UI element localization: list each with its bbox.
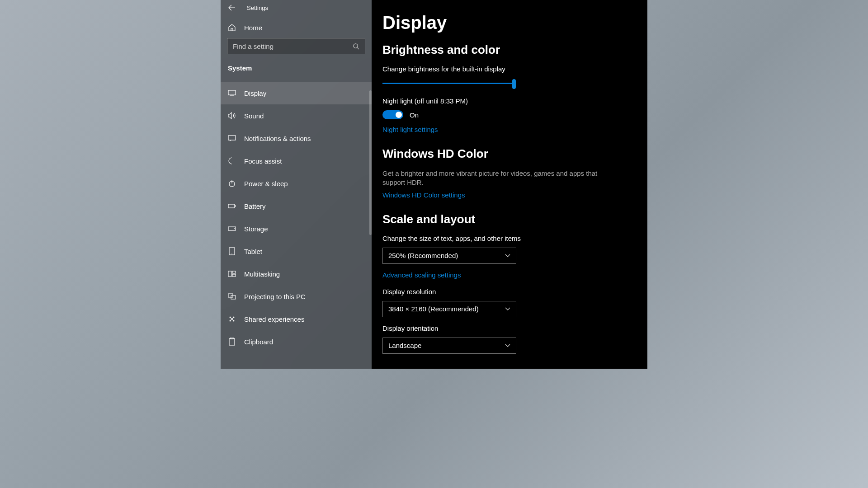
nav-item-shared-experiences[interactable]: Shared experiences bbox=[221, 308, 372, 330]
nav-item-projecting[interactable]: Projecting to this PC bbox=[221, 285, 372, 308]
orientation-dropdown[interactable]: Landscape bbox=[382, 338, 516, 354]
svg-point-15 bbox=[230, 317, 231, 318]
search-container bbox=[221, 38, 372, 62]
svg-rect-10 bbox=[228, 271, 231, 277]
section-hdcolor-title: Windows HD Color bbox=[382, 147, 637, 161]
notifications-icon bbox=[228, 135, 236, 141]
nav-item-label: Sound bbox=[244, 112, 264, 120]
advanced-scaling-link[interactable]: Advanced scaling settings bbox=[382, 271, 461, 279]
titlebar: Settings bbox=[221, 0, 372, 15]
night-light-label: Night light (off until 8:33 PM) bbox=[382, 97, 637, 105]
svg-point-0 bbox=[354, 43, 358, 47]
svg-point-16 bbox=[233, 317, 235, 318]
nav-item-display[interactable]: Display bbox=[221, 82, 372, 104]
hdcolor-description: Get a brighter and more vibrant picture … bbox=[382, 169, 599, 188]
night-light-settings-link[interactable]: Night light settings bbox=[382, 126, 438, 133]
nav-item-label: Multitasking bbox=[244, 270, 280, 278]
resolution-dropdown-value: 3840 × 2160 (Recommended) bbox=[388, 305, 479, 313]
night-light-toggle[interactable] bbox=[382, 110, 403, 119]
projecting-icon bbox=[228, 293, 236, 300]
home-icon bbox=[228, 23, 236, 32]
chevron-down-icon bbox=[505, 344, 510, 347]
focus-assist-icon bbox=[228, 157, 236, 164]
svg-rect-19 bbox=[229, 338, 235, 345]
chevron-down-icon bbox=[505, 307, 510, 311]
nav-item-label: Projecting to this PC bbox=[244, 293, 306, 300]
orientation-dropdown-value: Landscape bbox=[388, 342, 421, 349]
resolution-dropdown[interactable]: 3840 × 2160 (Recommended) bbox=[382, 301, 516, 317]
svg-rect-11 bbox=[232, 271, 236, 273]
svg-rect-12 bbox=[232, 274, 236, 277]
svg-point-17 bbox=[230, 320, 231, 322]
sound-icon bbox=[228, 112, 236, 119]
power-icon bbox=[228, 180, 236, 187]
svg-rect-1 bbox=[228, 90, 236, 95]
storage-icon bbox=[228, 226, 236, 231]
display-icon bbox=[228, 90, 236, 96]
svg-rect-2 bbox=[228, 136, 236, 140]
page-title: Display bbox=[382, 13, 637, 33]
svg-point-18 bbox=[233, 320, 235, 322]
arrow-left-icon bbox=[228, 4, 236, 11]
chevron-down-icon bbox=[505, 254, 510, 258]
main-panel: Display Brightness and color Change brig… bbox=[372, 0, 647, 369]
svg-point-9 bbox=[231, 253, 232, 254]
nav-item-label: Focus assist bbox=[244, 157, 282, 165]
nav-item-clipboard[interactable]: Clipboard bbox=[221, 330, 372, 353]
back-button[interactable] bbox=[228, 4, 236, 12]
nav-item-focus-assist[interactable]: Focus assist bbox=[221, 150, 372, 172]
window-title: Settings bbox=[247, 5, 268, 11]
nav-item-label: Battery bbox=[244, 202, 266, 210]
night-light-state: On bbox=[410, 111, 419, 119]
slider-thumb[interactable] bbox=[512, 79, 516, 89]
nav-home[interactable]: Home bbox=[221, 15, 372, 38]
scale-size-label: Change the size of text, apps, and other… bbox=[382, 235, 637, 242]
nav-home-label: Home bbox=[244, 24, 262, 32]
category-header: System bbox=[221, 62, 372, 82]
nav-item-multitasking[interactable]: Multitasking bbox=[221, 263, 372, 285]
svg-point-7 bbox=[234, 228, 235, 229]
clipboard-icon bbox=[228, 338, 236, 346]
search-box[interactable] bbox=[227, 38, 365, 54]
svg-rect-5 bbox=[235, 205, 236, 207]
nav-item-label: Notifications & actions bbox=[244, 135, 311, 142]
search-icon bbox=[353, 43, 359, 50]
nav-list: Display Sound Notifications & actions Fo… bbox=[221, 82, 372, 353]
sidebar: Settings Home System Display bbox=[221, 0, 372, 369]
slider-fill bbox=[382, 83, 514, 84]
svg-rect-4 bbox=[228, 204, 235, 208]
search-input[interactable] bbox=[233, 42, 353, 50]
nav-item-label: Tablet bbox=[244, 248, 262, 255]
battery-icon bbox=[228, 203, 236, 209]
brightness-slider-label: Change brightness for the built-in displ… bbox=[382, 65, 637, 73]
section-brightness-title: Brightness and color bbox=[382, 43, 637, 57]
nav-item-label: Display bbox=[244, 89, 266, 97]
scale-dropdown-value: 250% (Recommended) bbox=[388, 252, 458, 259]
multitasking-icon bbox=[228, 271, 236, 277]
settings-window: Settings Home System Display bbox=[221, 0, 647, 369]
section-scale-title: Scale and layout bbox=[382, 212, 637, 226]
orientation-label: Display orientation bbox=[382, 324, 637, 332]
nav-item-battery[interactable]: Battery bbox=[221, 195, 372, 217]
night-light-toggle-row: On bbox=[382, 110, 637, 119]
hdcolor-settings-link[interactable]: Windows HD Color settings bbox=[382, 191, 465, 199]
nav-item-notifications[interactable]: Notifications & actions bbox=[221, 127, 372, 150]
brightness-slider[interactable] bbox=[382, 78, 516, 89]
toggle-knob bbox=[396, 112, 402, 118]
nav-item-power-sleep[interactable]: Power & sleep bbox=[221, 172, 372, 195]
nav-item-label: Shared experiences bbox=[244, 315, 304, 323]
shared-icon bbox=[228, 315, 236, 323]
scale-dropdown[interactable]: 250% (Recommended) bbox=[382, 248, 516, 264]
nav-item-label: Storage bbox=[244, 225, 268, 233]
nav-item-sound[interactable]: Sound bbox=[221, 104, 372, 127]
tablet-icon bbox=[228, 247, 236, 255]
nav-item-label: Power & sleep bbox=[244, 180, 288, 188]
nav-item-tablet[interactable]: Tablet bbox=[221, 240, 372, 263]
nav-item-storage[interactable]: Storage bbox=[221, 217, 372, 240]
nav-item-label: Clipboard bbox=[244, 338, 273, 346]
resolution-label: Display resolution bbox=[382, 288, 637, 296]
